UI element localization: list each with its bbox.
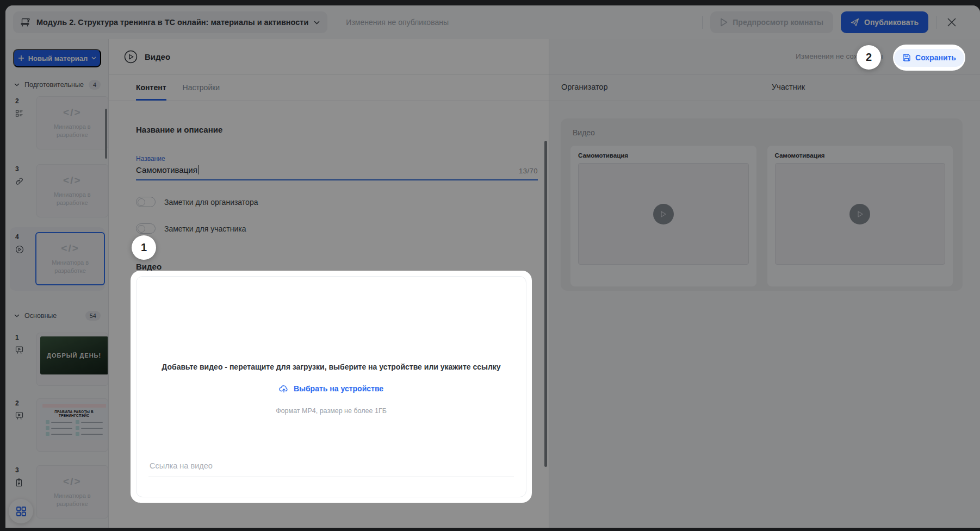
upload-instructions: Добавьте видео - перетащите для загрузки…: [162, 363, 500, 371]
choose-device-link[interactable]: Выбрать на устройстве: [279, 384, 383, 393]
save-button-label: Сохранить: [915, 53, 956, 62]
choose-device-label: Выбрать на устройстве: [294, 384, 383, 393]
video-dropzone[interactable]: Добавьте видео - перетащите для загрузки…: [136, 276, 526, 497]
upload-cloud-icon: [279, 384, 289, 393]
video-url-input[interactable]: [148, 458, 514, 477]
tour-step-1-badge: 1: [132, 235, 156, 260]
save-button-spotlight: Сохранить: [893, 45, 965, 71]
upload-format-hint: Формат MP4, размер не более 1ГБ: [276, 407, 387, 415]
save-disk-icon: [902, 53, 911, 62]
video-upload-spotlight: Добавьте видео - перетащите для загрузки…: [131, 271, 532, 503]
tour-step-2-badge: 2: [857, 45, 881, 70]
save-button[interactable]: Сохранить: [894, 49, 964, 67]
